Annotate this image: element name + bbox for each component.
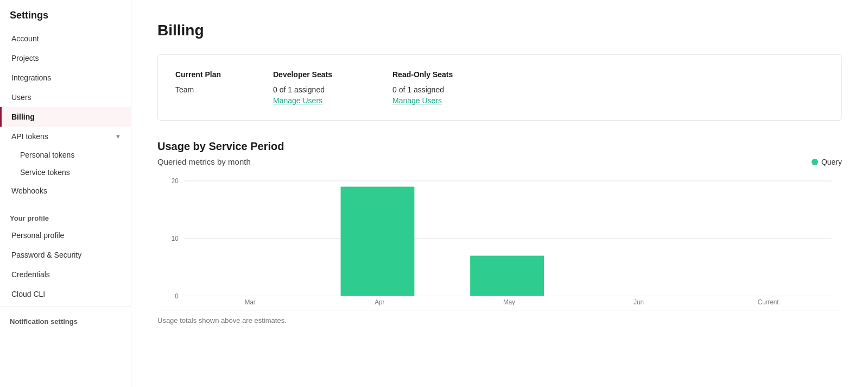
plan-card: Current Plan Team Developer Seats 0 of 1… (157, 54, 842, 121)
bar-may (470, 255, 544, 296)
chart-legend: Query (812, 158, 842, 166)
chart-footer-text: Usage totals shown above are estimates. (157, 316, 287, 324)
sidebar-item-label: Billing (11, 113, 35, 121)
manage-users-dev-link[interactable]: Manage Users (273, 96, 392, 105)
sidebar-item-label: Projects (11, 54, 39, 63)
sidebar-item-label: Service tokens (20, 168, 70, 177)
svg-text:Current: Current (758, 298, 779, 305)
sidebar-item-label: Personal profile (11, 231, 64, 240)
usage-section-title: Usage by Service Period (157, 140, 842, 153)
sidebar-item-billing[interactable]: Billing (0, 107, 131, 127)
sidebar-divider-2 (0, 306, 131, 307)
sidebar-title: Settings (0, 0, 131, 29)
legend-dot-query (812, 159, 818, 165)
sidebar-item-personal-tokens[interactable]: Personal tokens (0, 146, 131, 164)
sidebar-item-personal-profile[interactable]: Personal profile (0, 226, 131, 245)
sidebar-item-cloud-cli[interactable]: Cloud CLI (0, 284, 131, 304)
sidebar-item-label: Users (11, 93, 31, 102)
svg-text:Jun: Jun (633, 298, 644, 305)
sidebar-item-label: Cloud CLI (11, 290, 45, 298)
sidebar-item-users[interactable]: Users (0, 88, 131, 107)
sidebar-item-label: API tokens (11, 132, 48, 141)
page-title: Billing (157, 22, 842, 39)
chart-subtitle-text: Queried metrics by month (157, 157, 251, 166)
sidebar: Settings Account Projects Integrations U… (0, 0, 131, 387)
svg-text:May: May (503, 298, 516, 305)
svg-text:Mar: Mar (245, 298, 256, 305)
chart-subtitle-row: Queried metrics by month Query (157, 157, 842, 166)
plan-table: Current Plan Team Developer Seats 0 of 1… (175, 70, 824, 105)
chart-container: 20 10 0 Mar Apr May Jun (157, 175, 842, 305)
sidebar-item-account[interactable]: Account (0, 29, 131, 48)
sidebar-item-api-tokens[interactable]: API tokens ▼ (0, 127, 131, 146)
sidebar-item-label: Integrations (11, 73, 51, 82)
sidebar-item-label: Credentials (11, 270, 50, 279)
main-content: Billing Current Plan Team Developer Seat… (131, 0, 868, 387)
sidebar-item-service-tokens[interactable]: Service tokens (0, 164, 131, 181)
current-plan-header: Current Plan Team (175, 70, 273, 105)
your-profile-section-label: Your profile (0, 205, 131, 226)
legend-label: Query (821, 158, 842, 166)
readonly-seats-header: Read-Only Seats 0 of 1 assigned Manage U… (392, 70, 512, 105)
svg-text:10: 10 (172, 234, 179, 242)
sidebar-item-projects[interactable]: Projects (0, 48, 131, 68)
svg-text:20: 20 (172, 177, 179, 185)
bar-apr (341, 186, 415, 296)
chevron-down-icon: ▼ (115, 133, 121, 140)
sidebar-item-label: Account (11, 34, 39, 43)
bar-chart: 20 10 0 Mar Apr May Jun (157, 175, 842, 305)
sidebar-item-password-security[interactable]: Password & Security (0, 245, 131, 265)
developer-seats-header: Developer Seats 0 of 1 assigned Manage U… (273, 70, 392, 105)
sidebar-item-label: Webhooks (11, 186, 47, 195)
sidebar-item-label: Personal tokens (20, 151, 74, 159)
sidebar-item-webhooks[interactable]: Webhooks (0, 181, 131, 201)
chart-footer: Usage totals shown above are estimates. (157, 310, 842, 324)
sidebar-item-label: Password & Security (11, 251, 81, 259)
manage-users-readonly-link[interactable]: Manage Users (392, 96, 512, 105)
svg-text:0: 0 (175, 292, 179, 300)
sidebar-divider (0, 203, 131, 203)
sidebar-item-integrations[interactable]: Integrations (0, 68, 131, 88)
sidebar-item-credentials[interactable]: Credentials (0, 265, 131, 284)
usage-section: Usage by Service Period Queried metrics … (157, 140, 842, 324)
svg-text:Apr: Apr (375, 298, 384, 305)
notification-settings-label: Notification settings (0, 309, 131, 329)
